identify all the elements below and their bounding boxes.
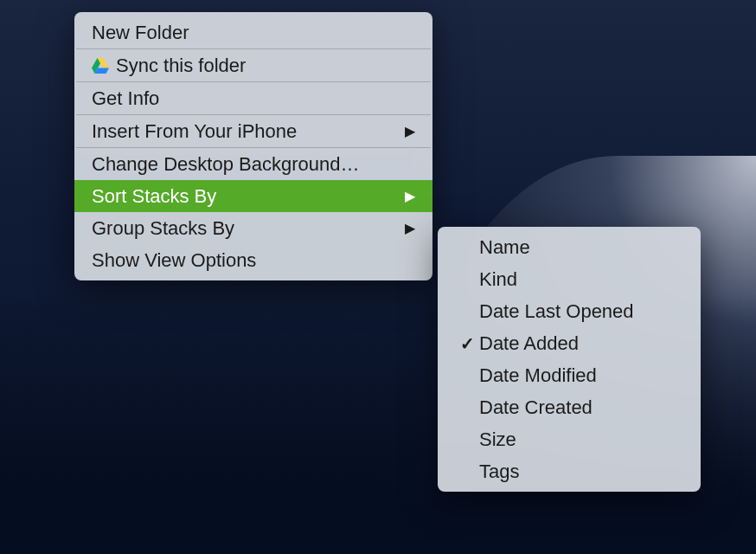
submenu-item-label: Date Added xyxy=(479,332,683,355)
submenu-arrow-icon: ▶ xyxy=(396,123,415,139)
submenu-item-label: Tags xyxy=(479,461,683,483)
submenu-item-label: Date Last Opened xyxy=(479,300,683,323)
submenu-item-date-added[interactable]: ✓ Date Added xyxy=(438,327,701,359)
submenu-arrow-icon: ▶ xyxy=(396,220,415,236)
submenu-item-date-created[interactable]: Date Created xyxy=(438,391,701,423)
submenu-item-label: Name xyxy=(479,236,683,259)
menu-item-insert-from-iphone[interactable]: Insert From Your iPhone ▶ xyxy=(74,115,432,147)
menu-item-label: Sort Stacks By xyxy=(92,185,396,208)
submenu-item-label: Date Modified xyxy=(479,364,683,387)
submenu-item-date-last-opened[interactable]: Date Last Opened xyxy=(438,295,701,327)
google-drive-icon xyxy=(92,58,116,74)
menu-item-change-desktop-background[interactable]: Change Desktop Background… xyxy=(74,148,432,180)
submenu-item-size[interactable]: Size xyxy=(438,423,701,455)
sort-stacks-submenu: Name Kind Date Last Opened ✓ Date Added … xyxy=(438,227,701,492)
submenu-item-label: Size xyxy=(479,428,683,451)
menu-item-get-info[interactable]: Get Info xyxy=(74,82,432,114)
menu-item-label: Group Stacks By xyxy=(92,217,396,240)
menu-item-group-stacks-by[interactable]: Group Stacks By ▶ xyxy=(74,212,432,244)
submenu-arrow-icon: ▶ xyxy=(396,188,415,204)
submenu-item-tags[interactable]: Tags xyxy=(438,455,701,487)
menu-item-sync-folder[interactable]: Sync this folder xyxy=(74,49,432,81)
menu-item-label: Insert From Your iPhone xyxy=(92,120,396,143)
menu-item-label: Get Info xyxy=(92,87,415,110)
menu-item-label: New Folder xyxy=(92,22,415,44)
menu-item-new-folder[interactable]: New Folder xyxy=(74,16,432,48)
menu-item-label: Sync this folder xyxy=(116,55,415,77)
checkmark-icon: ✓ xyxy=(455,333,479,354)
menu-item-label: Show View Options xyxy=(92,249,415,272)
menu-item-label: Change Desktop Background… xyxy=(92,153,415,176)
submenu-item-label: Date Created xyxy=(479,396,683,419)
context-menu: New Folder Sync this folder Get Info Ins… xyxy=(74,12,432,280)
submenu-item-name[interactable]: Name xyxy=(438,231,701,263)
menu-item-show-view-options[interactable]: Show View Options xyxy=(74,244,432,276)
menu-item-sort-stacks-by[interactable]: Sort Stacks By ▶ xyxy=(74,180,432,212)
submenu-item-date-modified[interactable]: Date Modified xyxy=(438,359,701,391)
submenu-item-kind[interactable]: Kind xyxy=(438,263,701,295)
submenu-item-label: Kind xyxy=(479,268,683,291)
